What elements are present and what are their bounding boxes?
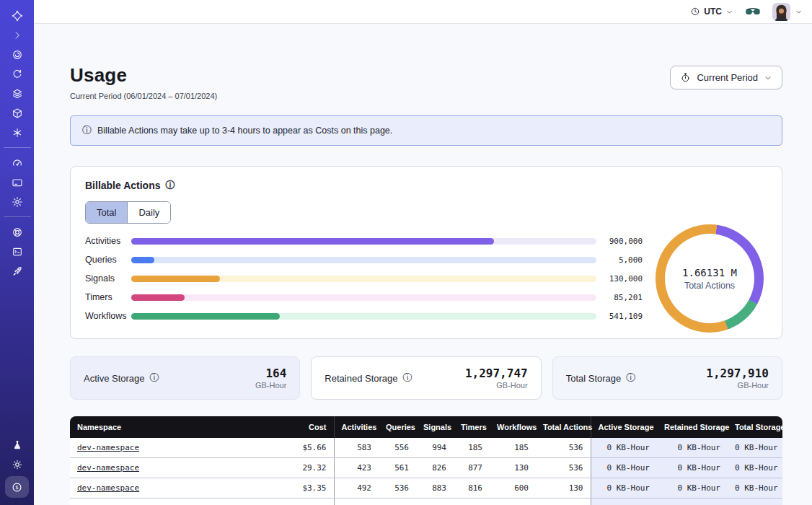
namespace-link[interactable]: dev-namespace (77, 463, 139, 473)
table-cell (490, 499, 536, 505)
storage-card-retained-storage: Retained Storageⓘ1,297,747GB-Hour (311, 356, 541, 400)
settings-gear-icon[interactable] (0, 192, 34, 211)
storage-card-unit: GB-Hour (465, 381, 528, 390)
stopwatch-icon (680, 72, 691, 83)
period-selector-button[interactable]: Current Period (670, 66, 782, 89)
bar-track (131, 257, 596, 263)
table-cell (657, 499, 728, 505)
total-actions-label: Total Actions (684, 281, 735, 291)
docs-terminal-icon[interactable] (0, 242, 34, 261)
table-cell: 130 (490, 458, 536, 478)
column-header-namespace: Namespace (70, 416, 286, 438)
tab-total[interactable]: Total (86, 202, 127, 223)
sidebar-expand-icon[interactable] (0, 25, 34, 45)
bar-fill (131, 313, 280, 320)
info-icon: ⓘ (82, 124, 92, 137)
layers-icon[interactable] (0, 84, 34, 103)
storage-card-label: Total Storage (566, 373, 622, 384)
storage-summary-row: Active Storageⓘ164GB-HourRetained Storag… (70, 356, 782, 400)
storage-card-unit: GB-Hour (255, 381, 286, 390)
sidebar: $ (0, 0, 34, 505)
storage-card-label: Active Storage (84, 373, 145, 384)
namespaces-icon[interactable] (0, 45, 34, 64)
table-cell: 536 (536, 438, 591, 458)
bar-fill (131, 238, 494, 245)
info-icon[interactable]: ⓘ (150, 372, 159, 385)
support-lifebuoy-icon[interactable] (0, 222, 34, 242)
table-row: dev-namespace$5.665835569941851855360 KB… (70, 438, 782, 458)
table-cell: 536 (379, 478, 416, 499)
billable-actions-card: Billable Actions ⓘ Total Daily Activitie… (70, 166, 782, 339)
table-cell: 29.32 (286, 458, 334, 478)
table-cell: 536 (536, 458, 591, 478)
user-menu[interactable] (772, 3, 803, 21)
theme-sun-icon[interactable] (0, 454, 34, 474)
total-actions-donut-chart: 1.66131 M Total Actions (656, 224, 764, 333)
table-cell: 556 (379, 438, 416, 458)
chevron-down-icon (795, 8, 803, 16)
bar-row-timers: Timers85,201 (85, 294, 643, 301)
table-row: dev-namespace (70, 499, 782, 505)
bar-track (131, 238, 596, 245)
deployments-cube-icon[interactable] (0, 103, 34, 123)
column-header-activities: Activities (334, 416, 379, 438)
table-cell: 423 (334, 458, 379, 478)
table-cell: 0 KB-Hour (657, 478, 728, 499)
table-cell: 0 KB-Hour (728, 458, 782, 478)
column-header-total-actions: Total Actions (536, 416, 591, 438)
namespace-cell: dev-namespace (70, 499, 286, 505)
dollar-coin-icon: $ (11, 481, 23, 493)
bar-row-workflows: Workflows541,109 (85, 312, 643, 320)
nexus-asterisk-icon[interactable] (0, 123, 34, 142)
table-cell: 883 (416, 478, 454, 499)
table-cell: 600 (490, 478, 536, 499)
usage-currency-button[interactable]: $ (5, 476, 29, 498)
info-banner: ⓘ Billable Actions may take up to 3-4 ho… (70, 115, 782, 146)
storage-card-value: 1,297,747 (465, 366, 528, 380)
billable-bars-chart: Activities900,000Queries5,000Signals130,… (85, 237, 643, 320)
table-row: dev-namespace$3.354925368838166001300 KB… (70, 478, 782, 499)
bar-fill (131, 294, 185, 301)
usage-gauge-icon[interactable] (0, 153, 34, 172)
namespace-link[interactable]: dev-namespace (77, 483, 139, 493)
history-icon[interactable] (0, 64, 34, 84)
bar-category-label: Workflows (85, 311, 131, 321)
bar-track (131, 294, 596, 301)
bar-value: 541,109 (603, 312, 643, 321)
tab-daily[interactable]: Daily (127, 202, 170, 223)
table-cell: 561 (379, 458, 416, 478)
bar-category-label: Activities (85, 236, 131, 246)
timezone-selector[interactable]: UTC (690, 6, 733, 17)
table-cell: 492 (334, 478, 379, 499)
table-cell (379, 499, 416, 505)
bar-value: 85,201 (603, 293, 643, 302)
storage-card-value: 164 (255, 366, 286, 380)
bar-row-signals: Signals130,000 (85, 275, 643, 282)
column-header-queries: Queries (379, 416, 416, 438)
labs-flask-icon[interactable] (0, 435, 34, 454)
column-header-signals: Signals (416, 416, 454, 438)
rocket-icon[interactable] (0, 261, 34, 281)
table-cell (591, 499, 657, 505)
table-cell: 816 (454, 478, 490, 499)
topbar: UTC (34, 0, 812, 24)
info-icon[interactable]: ⓘ (626, 372, 635, 385)
total-actions-value: 1.66131 M (682, 267, 737, 278)
storage-card-label: Retained Storage (325, 373, 397, 384)
temporal-logo-icon[interactable] (0, 6, 34, 25)
info-icon[interactable]: ⓘ (166, 179, 175, 192)
table-cell (454, 499, 490, 505)
info-icon[interactable]: ⓘ (403, 372, 412, 385)
namespace-link[interactable]: dev-namespace (77, 443, 139, 452)
banner-text: Billable Actions may take up to 3-4 hour… (97, 126, 392, 136)
bar-category-label: Signals (85, 273, 131, 284)
billing-card-icon[interactable] (0, 172, 34, 192)
table-cell (536, 499, 591, 505)
table-cell (728, 499, 782, 505)
dev-glasses-icon[interactable] (745, 6, 761, 17)
table-cell: 826 (416, 458, 454, 478)
table-cell: 0 KB-Hour (591, 478, 657, 499)
column-header-timers: Timers (454, 416, 490, 438)
namespace-cell: dev-namespace (70, 438, 286, 458)
table-cell: 583 (334, 438, 379, 458)
